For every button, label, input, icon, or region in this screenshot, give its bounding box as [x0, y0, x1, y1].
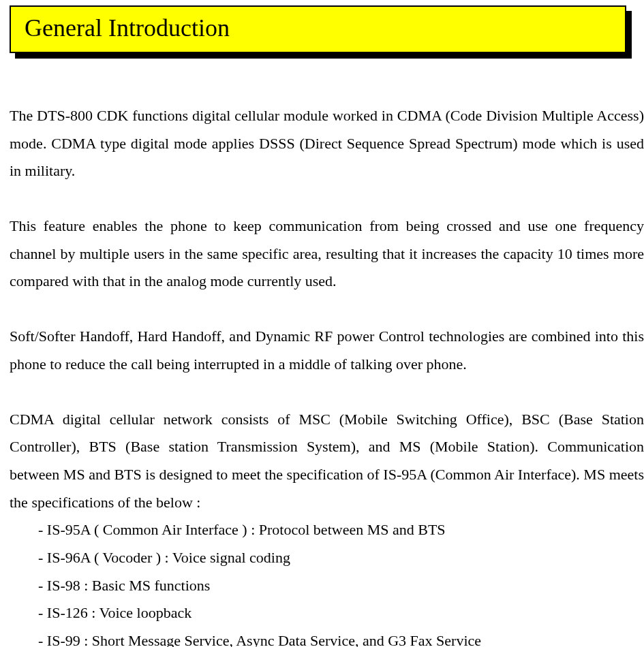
spec-item: - IS-98 : Basic MS functions — [38, 572, 644, 600]
spec-item: - IS-95A ( Common Air Interface ) : Prot… — [38, 516, 644, 544]
paragraph-1: The DTS-800 CDK functions digital cellul… — [10, 102, 644, 185]
paragraph-2: This feature enables the phone to keep c… — [10, 212, 644, 296]
spec-item: - IS-96A ( Vocoder ) : Voice signal codi… — [38, 544, 644, 572]
spec-item: - IS-99 : Short Message Service, Async D… — [38, 627, 644, 647]
title-banner-content: General Introduction — [10, 5, 626, 53]
spec-list: - IS-95A ( Common Air Interface ) : Prot… — [38, 516, 644, 647]
paragraph-4: CDMA digital cellular network consists o… — [10, 411, 644, 511]
paragraph-3: Soft/Softer Handoff, Hard Handoff, and D… — [10, 323, 644, 378]
body-content: The DTS-800 CDK functions digital cellul… — [0, 102, 644, 647]
spec-item: - IS-126 : Voice loopback — [38, 599, 644, 627]
page-title: General Introduction — [25, 14, 611, 42]
title-banner: General Introduction — [10, 5, 626, 53]
